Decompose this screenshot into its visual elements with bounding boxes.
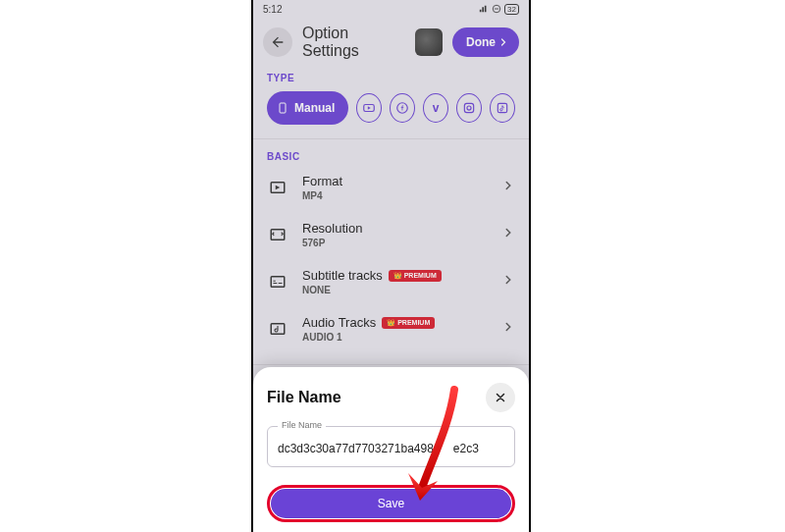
status-right: 32 [479,4,519,15]
type-manual-label: Manual [294,101,335,115]
subtitle-label: Subtitle tracks [302,268,383,283]
svg-rect-1 [280,103,286,113]
audio-value: AUDIO 1 [302,332,488,343]
phone-icon [277,100,288,116]
video-thumbnail[interactable] [415,28,443,56]
arrow-left-icon [270,34,286,50]
signal-icon [479,4,489,14]
filename-field-wrap[interactable]: File Name [267,426,515,467]
phone-frame: 5:12 32 Option Settings Done TYPE Manual… [251,0,531,532]
status-bar: 5:12 32 [253,0,529,18]
premium-badge: 👑 PREMIUM [389,270,442,282]
filename-sheet: File Name File Name Save [253,367,529,532]
svg-rect-9 [271,277,285,288]
type-youtube-button[interactable] [356,93,382,123]
resolution-label: Resolution [302,221,488,236]
tiktok-icon [496,101,509,115]
row-resolution[interactable]: Resolution 576P [253,211,529,258]
row-audio[interactable]: Audio Tracks👑 PREMIUM AUDIO 1 [253,305,529,352]
svg-point-5 [467,106,471,110]
filename-input[interactable] [278,442,504,455]
close-icon [494,391,507,404]
subtitle-value: NONE [302,285,488,295]
section-type-label: TYPE [253,67,529,85]
resolution-value: 576P [302,238,488,248]
page-title: Option Settings [302,25,405,60]
type-tiktok-button[interactable] [490,93,515,123]
back-button[interactable] [263,27,292,57]
format-label: Format [302,174,488,188]
app-header: Option Settings Done [253,18,529,67]
sheet-title: File Name [267,389,341,406]
type-vimeo-button[interactable]: v [423,93,448,123]
type-selector: Manual v [253,85,529,138]
done-button[interactable]: Done [452,27,519,57]
done-label: Done [466,35,496,49]
chevron-right-icon [501,273,515,291]
format-icon [267,177,288,198]
row-format[interactable]: Format MP4 [253,164,529,211]
type-facebook-button[interactable] [390,93,415,123]
save-button[interactable]: Save [271,489,511,518]
close-button[interactable] [486,383,515,412]
format-value: MP4 [302,190,488,201]
do-not-disturb-icon [492,4,501,14]
save-highlight: Save [267,485,515,522]
chevron-right-icon [497,36,509,48]
audio-label: Audio Tracks [302,315,376,330]
facebook-icon [395,101,409,115]
vimeo-icon: v [433,101,440,115]
youtube-icon [362,101,376,115]
resolution-icon [267,224,288,245]
battery-icon: 32 [504,4,519,15]
row-subtitle[interactable]: Subtitle tracks👑 PREMIUM NONE [253,258,529,305]
status-time: 5:12 [263,4,282,15]
subtitle-icon [267,271,288,293]
chevron-right-icon [501,320,515,338]
type-manual-button[interactable]: Manual [267,91,348,125]
type-instagram-button[interactable] [456,93,482,123]
chevron-right-icon [501,179,515,196]
svg-rect-4 [464,103,473,112]
filename-field-legend: File Name [278,420,326,430]
premium-badge: 👑 PREMIUM [382,317,435,329]
section-basic-label: BASIC [253,145,529,164]
audio-icon [267,318,288,340]
instagram-icon [462,101,476,115]
chevron-right-icon [501,226,515,243]
